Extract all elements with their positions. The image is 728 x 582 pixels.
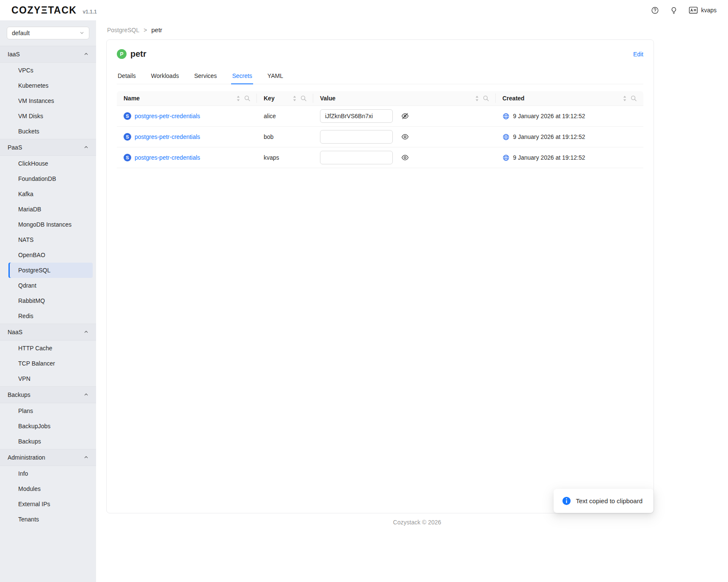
eye-toggle-button[interactable] bbox=[401, 112, 409, 120]
sidebar-item-label: FoundationDB bbox=[18, 175, 56, 182]
secret-name-link[interactable]: postgres-petr-credentials bbox=[135, 113, 200, 119]
sidebar-section-paas[interactable]: PaaS bbox=[0, 139, 96, 156]
sidebar-item-label: NATS bbox=[18, 236, 33, 243]
column-search-icon[interactable] bbox=[483, 95, 489, 101]
sidebar-item-tcp-balancer[interactable]: TCP Balancer bbox=[8, 356, 93, 371]
sidebar-item-clickhouse[interactable]: ClickHouse bbox=[8, 156, 93, 171]
sidebar-section-label: Backups bbox=[8, 391, 30, 398]
sidebar-item-rabbitmq[interactable]: RabbitMQ bbox=[8, 293, 93, 308]
main-content: PostgreSQL > petr P petr Edit Details Wo… bbox=[96, 20, 728, 582]
sidebar-item-label: Kafka bbox=[18, 191, 33, 197]
sidebar-item-label: VPN bbox=[18, 375, 30, 382]
sidebar-item-vpn[interactable]: VPN bbox=[8, 371, 93, 386]
table-row: S postgres-petr-credentials alice bbox=[117, 106, 643, 127]
chevron-up-icon bbox=[84, 144, 88, 151]
sidebar-item-qdrant[interactable]: Qdrant bbox=[8, 278, 93, 293]
sidebar-item-label: Tenants bbox=[18, 516, 39, 523]
breadcrumb: PostgreSQL > petr bbox=[107, 26, 728, 33]
sidebar-item-foundationdb[interactable]: FoundationDB bbox=[8, 171, 93, 186]
toast-notification: Text copied to clipboard bbox=[554, 489, 654, 513]
column-header-label: Created bbox=[502, 95, 524, 102]
secret-value-input[interactable] bbox=[320, 151, 393, 164]
secret-resource-icon: S bbox=[124, 112, 131, 120]
sidebar-item-plans[interactable]: Plans bbox=[8, 403, 93, 418]
sort-icon[interactable] bbox=[475, 95, 479, 102]
table-row: S postgres-petr-credentials bob bbox=[117, 127, 643, 147]
lightbulb-icon[interactable] bbox=[670, 6, 678, 14]
sidebar-section-label: PaaS bbox=[8, 144, 22, 151]
secret-value-input[interactable] bbox=[320, 109, 393, 123]
secrets-table-body: S postgres-petr-credentials alice bbox=[117, 106, 643, 168]
id-card-icon bbox=[689, 6, 698, 14]
sidebar-item-nats[interactable]: NATS bbox=[8, 232, 93, 247]
column-search-icon[interactable] bbox=[301, 95, 306, 101]
sort-icon[interactable] bbox=[292, 95, 297, 102]
page-title: petr bbox=[130, 49, 146, 59]
sidebar-section-administration[interactable]: Administration bbox=[0, 449, 96, 466]
sidebar-item-label: Modules bbox=[18, 485, 41, 492]
sidebar-item-label: Buckets bbox=[18, 128, 39, 135]
sidebar-item-backupjobs[interactable]: BackupJobs bbox=[8, 418, 93, 434]
sidebar-item-redis[interactable]: Redis bbox=[8, 308, 93, 324]
tab-workloads[interactable]: Workloads bbox=[150, 68, 180, 84]
chevron-up-icon bbox=[84, 51, 88, 58]
help-icon[interactable] bbox=[651, 6, 659, 14]
tab-details[interactable]: Details bbox=[117, 68, 137, 84]
secret-name-link[interactable]: postgres-petr-credentials bbox=[135, 133, 200, 140]
globe-icon bbox=[502, 154, 510, 161]
sidebar-item-info[interactable]: Info bbox=[8, 466, 93, 481]
eye-icon bbox=[401, 154, 409, 161]
edit-button[interactable]: Edit bbox=[633, 51, 643, 58]
tab-services[interactable]: Services bbox=[193, 68, 218, 84]
sidebar-section-naas[interactable]: NaaS bbox=[0, 324, 96, 341]
sidebar-item-kubernetes[interactable]: Kubernetes bbox=[8, 78, 93, 93]
tab-secrets[interactable]: Secrets bbox=[231, 68, 253, 84]
eye-toggle-button[interactable] bbox=[401, 133, 409, 141]
sidebar-item-backups[interactable]: Backups bbox=[8, 434, 93, 449]
secret-key: alice bbox=[264, 113, 276, 119]
secret-name-link[interactable]: postgres-petr-credentials bbox=[135, 154, 200, 161]
sidebar-item-label: VM Disks bbox=[18, 113, 43, 119]
sidebar-item-label: MongoDB Instances bbox=[18, 221, 72, 228]
footer: Cozystack © 2026 bbox=[106, 513, 728, 531]
column-header-name: Name bbox=[117, 91, 257, 106]
eye-toggle-button[interactable] bbox=[401, 154, 409, 161]
created-timestamp: 9 January 2026 at 19:12:52 bbox=[513, 133, 585, 140]
sidebar-item-label: Qdrant bbox=[18, 282, 36, 289]
sidebar-item-postgresql[interactable]: PostgreSQL bbox=[8, 263, 93, 278]
resource-detail-card: P petr Edit Details Workloads Services S… bbox=[106, 39, 654, 513]
sidebar-item-buckets[interactable]: Buckets bbox=[8, 124, 93, 139]
table-header-row: Name Key V bbox=[117, 91, 643, 106]
sidebar-item-label: OpenBAO bbox=[18, 252, 45, 258]
sidebar-item-openbao[interactable]: OpenBAO bbox=[8, 247, 93, 263]
sidebar-item-vm-disks[interactable]: VM Disks bbox=[8, 108, 93, 124]
sidebar-item-mariadb[interactable]: MariaDB bbox=[8, 202, 93, 217]
sidebar-item-label: VPCs bbox=[18, 67, 33, 74]
tenant-select[interactable]: default bbox=[7, 27, 89, 39]
column-header-label: Key bbox=[264, 95, 275, 102]
column-search-icon[interactable] bbox=[244, 95, 250, 101]
sidebar-item-kafka[interactable]: Kafka bbox=[8, 186, 93, 202]
sidebar-item-vpcs[interactable]: VPCs bbox=[8, 63, 93, 78]
sidebar-item-vm-instances[interactable]: VM Instances bbox=[8, 93, 93, 108]
sidebar-item-mongodb-instances[interactable]: MongoDB Instances bbox=[8, 217, 93, 232]
sort-icon[interactable] bbox=[623, 95, 627, 102]
sidebar-section-backups[interactable]: Backups bbox=[0, 386, 96, 403]
sidebar-item-modules[interactable]: Modules bbox=[8, 481, 93, 496]
breadcrumb-parent[interactable]: PostgreSQL bbox=[107, 27, 139, 33]
sidebar-section-label: IaaS bbox=[8, 51, 20, 58]
sidebar-item-http-cache[interactable]: HTTP Cache bbox=[8, 341, 93, 356]
sidebar-item-external-ips[interactable]: External IPs bbox=[8, 496, 93, 512]
sidebar-item-label: PostgreSQL bbox=[18, 267, 50, 274]
eye-icon bbox=[401, 133, 409, 141]
user-menu[interactable]: kvaps bbox=[689, 6, 717, 14]
sidebar-section-iaas[interactable]: IaaS bbox=[0, 46, 96, 63]
secret-value-input[interactable] bbox=[320, 130, 393, 144]
tab-yaml[interactable]: YAML bbox=[267, 68, 284, 84]
column-search-icon[interactable] bbox=[631, 95, 637, 101]
sidebar-item-tenants[interactable]: Tenants bbox=[8, 512, 93, 527]
sort-icon[interactable] bbox=[236, 95, 240, 102]
tabs-bar: Details Workloads Services Secrets YAML bbox=[117, 68, 643, 84]
sidebar-item-label: Redis bbox=[18, 313, 33, 319]
breadcrumb-separator: > bbox=[143, 27, 147, 33]
